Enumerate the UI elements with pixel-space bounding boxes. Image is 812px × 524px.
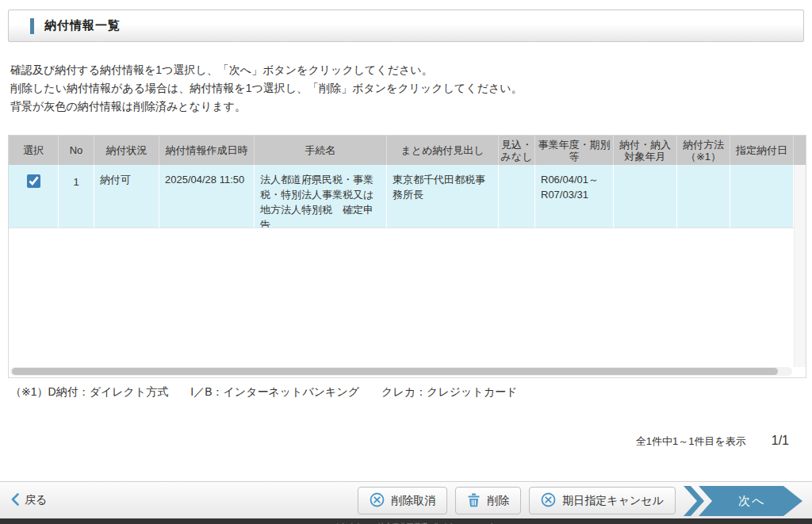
instructions: 確認及び納付する納付情報を1つ選択し、「次へ」ボタンをクリックしてください。 削… [10,61,523,116]
cell-select [9,165,59,228]
pagination-page-indicator: 1/1 [772,434,789,448]
next-button-label: 次へ [735,494,765,509]
circled-x-icon [370,492,385,510]
header-fiscal-year: 事業年度・期別 等 [535,136,614,165]
header-target-month: 納付・納入 対象年月 [614,136,677,165]
cell-designated-date [730,165,794,228]
cancel-delete-button[interactable]: 削除取消 [358,487,447,514]
cell-no: 1 [59,165,94,228]
header-created-datetime: 納付情報作成日時 [159,136,255,165]
cell-target-month [614,165,677,228]
delete-button-label: 削除 [487,494,509,508]
pagination: 全1件中1～1件目を表示 1/1 [636,434,789,449]
cell-payment-method [677,165,730,228]
footnote: （※1）D納付：ダイレクト方式 I／B：インターネットバンキング クレカ：クレジ… [10,385,517,400]
table-row[interactable]: 1 納付可 2025/04/28 11:50 法人都道府県民税・事業税・特別法人… [9,165,806,228]
instruction-line-2: 削除したい納付情報がある場合は、納付情報を1つ選択し、「削除」ボタンをクリックし… [10,79,523,98]
payment-info-table: 選択 No 納付状況 納付情報作成日時 手続名 まとめ納付見出し 見込・ みなし… [8,135,806,378]
horizontal-scrollbar[interactable] [10,367,792,376]
header-bulk-payment-heading: まとめ納付見出し [387,136,499,165]
cancel-delete-button-label: 削除取消 [391,494,435,508]
next-button[interactable]: 次へ [684,486,802,516]
header-mikomi-minashi: 見込・ みなし [499,136,535,165]
cell-payment-status: 納付可 [94,165,159,228]
table-header-row: 選択 No 納付状況 納付情報作成日時 手続名 まとめ納付見出し 見込・ みなし… [9,136,806,165]
instruction-line-3: 背景が灰色の納付情報は削除済みとなります。 [10,98,523,116]
cell-procedure-name: 法人都道府県民税・事業税・特別法人事業税又は地方法人特別税 確定申告 [255,165,387,228]
delete-button[interactable]: 削除 [455,487,521,514]
pagination-summary: 全1件中1～1件目を表示 [636,434,746,449]
vertical-scrollbar[interactable] [794,165,806,367]
cell-mikomi-minashi [499,165,535,228]
circled-x-icon [541,492,556,510]
header-payment-method: 納付方法 （※1） [677,136,730,165]
trash-icon [467,492,481,510]
back-button-label: 戻る [25,493,47,507]
page-title-bar: 納付情報一覧 [8,10,804,42]
header-designated-date: 指定納付日 [730,136,794,165]
page-title: 納付情報一覧 [44,18,121,33]
header-payment-status: 納付状況 [94,136,159,165]
cancel-due-date-button[interactable]: 期日指定キャンセル [529,487,676,514]
cancel-due-date-button-label: 期日指定キャンセル [562,494,664,508]
cell-fiscal-year: R06/04/01～R07/03/31 [535,165,614,228]
chevron-left-icon [11,493,19,508]
footer-action-bar: 戻る 削除取消 削除 期日指定キャンセル 次へ [0,481,812,518]
bottom-bar: Copyright (C)2019 地方税共同機構 All Rights Res… [0,518,812,524]
header-no: No [59,136,94,165]
header-procedure-name: 手続名 [255,136,387,165]
next-arrow-chevron-icon [684,486,704,516]
header-select: 選択 [9,136,59,165]
title-accent-bar [30,18,34,34]
cell-bulk-payment-heading: 東京都千代田都税事務所長 [387,165,499,228]
back-button[interactable]: 戻る [11,482,47,518]
next-arrow-body: 次へ [699,486,802,516]
instruction-line-1: 確認及び納付する納付情報を1つ選択し、「次へ」ボタンをクリックしてください。 [10,61,523,79]
horizontal-scrollbar-thumb[interactable] [12,368,778,375]
row-select-checkbox[interactable] [27,174,40,188]
cell-created-datetime: 2025/04/28 11:50 [159,165,255,228]
header-spacer [794,136,806,165]
footer-button-group: 削除取消 削除 期日指定キャンセル [358,487,676,514]
